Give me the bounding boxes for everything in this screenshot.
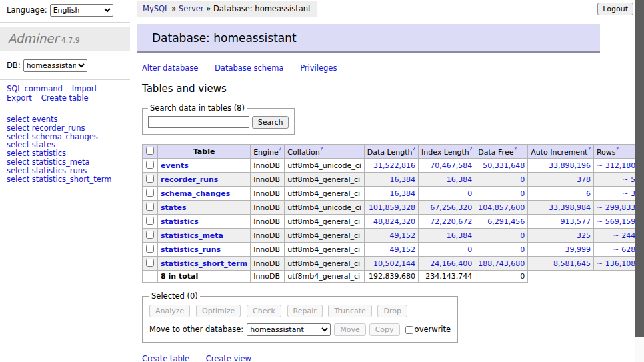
data-length-link[interactable]: 49,152 xyxy=(390,245,416,254)
row-checkbox[interactable] xyxy=(146,217,154,225)
row-checkbox[interactable] xyxy=(146,189,154,197)
table-name-link[interactable]: schema_changes xyxy=(161,189,230,198)
rows-count-link[interactable]: ~ 299,833 xyxy=(597,203,635,212)
sidebar: Language:English Adminer4.7.9 DB:homeass… xyxy=(0,0,130,190)
rows-count-link[interactable]: ~ 628 xyxy=(613,245,635,254)
move-database-select[interactable]: homeassistant xyxy=(247,323,331,336)
rows-count-link[interactable]: ~ 312,180 xyxy=(597,161,635,170)
data-length-link[interactable]: 10,502,144 xyxy=(373,259,415,268)
data-length-link[interactable]: 16,384 xyxy=(390,189,416,198)
rows-count-link[interactable]: ~ 569,159 xyxy=(597,217,635,226)
index-length-link[interactable]: 70,467,584 xyxy=(430,161,472,170)
data-free-link[interactable]: 0 xyxy=(520,189,525,198)
auto-increment-link[interactable]: 325 xyxy=(577,231,591,240)
row-checkbox[interactable] xyxy=(146,259,154,267)
data-free-link[interactable]: 188,743,680 xyxy=(478,259,525,268)
create-view-link[interactable]: Create view xyxy=(206,354,251,362)
import-link[interactable]: Import xyxy=(72,84,97,93)
table-row: statistics_short_term InnoDB utf8mb4_gen… xyxy=(143,257,644,271)
engine-cell: InnoDB xyxy=(251,215,285,229)
index-length-link[interactable]: 16,384 xyxy=(447,175,473,184)
create-table-link-sidebar[interactable]: Create table xyxy=(41,93,89,103)
language-select[interactable]: English xyxy=(50,4,113,17)
rows-count-link[interactable]: ~ 244 xyxy=(613,231,635,240)
breadcrumb-server-link[interactable]: Server xyxy=(179,4,204,13)
table-name-link[interactable]: statistics xyxy=(161,217,199,226)
index-length-link[interactable]: 16,384 xyxy=(447,231,473,240)
check-button[interactable]: Check xyxy=(247,305,281,317)
select-recorder-runs-link[interactable]: select recorder_runs xyxy=(7,124,123,133)
index-length-link[interactable]: 24,166,400 xyxy=(430,259,472,268)
index-length-link[interactable]: 0 xyxy=(467,245,472,254)
engine-help-link[interactable]: ? xyxy=(279,146,282,153)
scrollbar-thumb[interactable] xyxy=(635,0,644,337)
auto-increment-link[interactable]: 913,577 xyxy=(560,217,591,226)
row-checkbox[interactable] xyxy=(146,203,154,211)
create-table-link[interactable]: Create table xyxy=(142,354,189,362)
rows-count-link[interactable]: ~ 5 xyxy=(622,175,635,184)
auto-increment-link[interactable]: 39,999 xyxy=(565,245,591,254)
auto-increment-help-link[interactable]: ? xyxy=(587,146,591,153)
select-events-link[interactable]: select events xyxy=(7,115,123,124)
repair-button[interactable]: Repair xyxy=(287,305,323,317)
row-checkbox[interactable] xyxy=(146,245,154,253)
drop-button[interactable]: Drop xyxy=(377,305,407,317)
privileges-link[interactable]: Privileges xyxy=(300,63,337,73)
data-length-link[interactable]: 31,522,816 xyxy=(373,161,415,170)
auto-increment-link[interactable]: 33,898,196 xyxy=(549,161,591,170)
truncate-button[interactable]: Truncate xyxy=(328,305,371,317)
data-free-link[interactable]: 0 xyxy=(520,245,525,254)
move-button[interactable]: Move xyxy=(334,323,366,336)
optimize-button[interactable]: Optimize xyxy=(196,305,241,317)
index-length-link[interactable]: 67,256,320 xyxy=(430,203,472,212)
main-content: MySQL » Server » Database: homeassistant… xyxy=(137,0,600,362)
row-checkbox[interactable] xyxy=(146,231,154,239)
copy-button[interactable]: Copy xyxy=(369,323,400,336)
data-free-link[interactable]: 104,857,600 xyxy=(478,203,525,212)
table-name-link[interactable]: recorder_runs xyxy=(161,175,218,184)
data-free-help-link[interactable]: ? xyxy=(513,146,517,153)
table-name-link[interactable]: events xyxy=(161,161,189,170)
data-free-link[interactable]: 6,291,456 xyxy=(487,217,525,226)
db-select[interactable]: homeassistant xyxy=(23,59,87,72)
rows-count-link[interactable]: ~ 136,108 xyxy=(597,259,635,268)
row-checkbox[interactable] xyxy=(146,161,154,169)
alter-database-link[interactable]: Alter database xyxy=(142,63,198,73)
row-checkbox[interactable] xyxy=(146,175,154,183)
table-name-link[interactable]: statistics_runs xyxy=(161,245,221,254)
data-free-link[interactable]: 0 xyxy=(520,231,525,240)
table-name-link[interactable]: states xyxy=(161,203,187,212)
database-schema-link[interactable]: Database schema xyxy=(215,63,283,73)
analyze-button[interactable]: Analyze xyxy=(149,305,190,317)
auto-increment-link[interactable]: 6 xyxy=(586,189,591,198)
auto-increment-link[interactable]: 8,581,645 xyxy=(553,259,591,268)
data-length-help-link[interactable]: ? xyxy=(413,146,416,153)
sql-command-link[interactable]: SQL command xyxy=(7,84,63,93)
tables-overview-table: Table Engine? Collation? Data Length? In… xyxy=(142,144,644,283)
index-length-link[interactable]: 0 xyxy=(467,189,472,198)
rows-help-link[interactable]: ? xyxy=(616,146,619,153)
index-length-help-link[interactable]: ? xyxy=(469,146,473,153)
logout-button[interactable]: Logout xyxy=(597,3,633,15)
select-statistics-short-term-link[interactable]: select statistics_short_term xyxy=(7,175,123,184)
data-length-link[interactable]: 49,152 xyxy=(390,231,416,240)
table-name-link[interactable]: statistics_meta xyxy=(161,231,223,240)
search-input[interactable] xyxy=(148,116,249,128)
data-length-link[interactable]: 101,859,328 xyxy=(369,203,415,212)
table-name-link[interactable]: statistics_short_term xyxy=(161,259,247,268)
collation-help-link[interactable]: ? xyxy=(320,146,323,153)
index-length-link[interactable]: 72,220,672 xyxy=(430,217,472,226)
data-length-link[interactable]: 16,384 xyxy=(390,175,416,184)
vertical-scrollbar[interactable] xyxy=(635,0,644,362)
overwrite-checkbox[interactable] xyxy=(405,326,413,334)
search-button[interactable]: Search xyxy=(252,116,289,129)
data-free-link[interactable]: 50,331,648 xyxy=(483,161,525,170)
breadcrumb-mysql-link[interactable]: MySQL xyxy=(143,4,169,13)
data-free-link[interactable]: 0 xyxy=(520,175,525,184)
export-link[interactable]: Export xyxy=(7,93,32,103)
select-all-checkbox[interactable] xyxy=(146,147,154,155)
data-length-link[interactable]: 48,824,320 xyxy=(373,217,415,226)
rows-count-link[interactable]: ~ 3 xyxy=(622,189,635,198)
auto-increment-link[interactable]: 33,398,984 xyxy=(549,203,591,212)
auto-increment-link[interactable]: 378 xyxy=(577,175,591,184)
